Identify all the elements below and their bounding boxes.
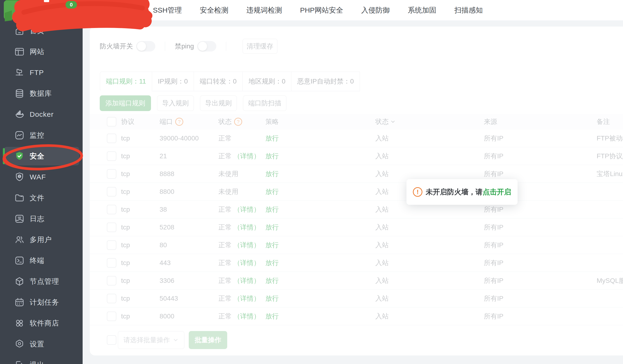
table-row: tcp 8800 未使用 放行 入站 所有IP (90, 183, 623, 201)
status-detail-link[interactable]: （详情） (234, 277, 260, 284)
cell-policy: 放行 (266, 294, 375, 303)
sidebar-item[interactable]: 多用户 (0, 229, 83, 250)
rule-tab[interactable]: 地区规则：0 (243, 71, 292, 91)
firewall-toggle[interactable] (136, 41, 155, 51)
security-tab-label: 扫描感知 (454, 5, 483, 15)
sidebar-item[interactable]: 日志 (0, 208, 83, 229)
cell-source: 所有IP (484, 223, 597, 232)
row-checkbox[interactable] (107, 205, 116, 214)
security-tab[interactable]: 系统加固 (408, 0, 436, 21)
cell-status: 正常 (219, 206, 232, 213)
cell-source: 所有IP (484, 241, 597, 250)
sidebar-item[interactable]: 数据库 (0, 83, 83, 104)
sidebar-item[interactable]: 节点管理 (0, 271, 83, 292)
cell-policy: 放行 (266, 312, 375, 321)
rule-action-button[interactable]: 导出规则 (200, 95, 237, 111)
cell-source: 所有IP (484, 205, 597, 214)
rule-tab[interactable]: IP规则：0 (152, 71, 194, 91)
rule-tab[interactable]: 端口转发：0 (194, 71, 243, 91)
cell-source: 所有IP (484, 134, 597, 143)
ping-toggle[interactable] (197, 41, 216, 51)
cell-port: 50443 (159, 295, 219, 302)
security-tab[interactable]: 扫描感知 (454, 0, 483, 21)
rule-tab[interactable]: 端口规则：11 (100, 71, 152, 91)
table-row: tcp 8000 正常 （详情） 放行 入站 所有IP (90, 307, 623, 325)
security-tab[interactable]: 违规词检测 (246, 0, 282, 21)
status-detail-link[interactable]: （详情） (234, 224, 260, 231)
col-direction: 状态 (375, 117, 389, 126)
status-detail-link[interactable]: （详情） (234, 259, 260, 266)
sidebar-item[interactable]: 监控 (0, 125, 83, 146)
chevron-down-icon[interactable] (390, 119, 396, 125)
cell-port: 80 (159, 241, 219, 249)
row-checkbox[interactable] (107, 294, 116, 303)
batch-operation-row: 请选择批量操作 批量操作 (107, 331, 623, 349)
clear-cache-button[interactable]: 清理缓存 (243, 39, 278, 54)
row-checkbox[interactable] (107, 240, 116, 250)
security-tab[interactable]: SSH管理 (153, 0, 182, 21)
security-tab[interactable]: PHP网站安全 (300, 0, 343, 21)
sidebar-item-label: 计划任务 (30, 298, 59, 307)
security-tab[interactable]: 入侵防御 (361, 0, 390, 21)
sidebar-item-label: 退出 (30, 360, 44, 364)
cell-status: 未使用 (219, 188, 238, 195)
status-detail-link[interactable]: （详情） (234, 206, 260, 213)
security-tab-label: SSH管理 (153, 5, 182, 15)
table-row: tcp 8888 未使用 放行 入站 所有IP 宝塔Linux面板 (90, 165, 623, 183)
sidebar-item[interactable]: 计划任务 (0, 292, 83, 313)
status-detail-link[interactable]: （详情） (234, 241, 260, 249)
port-help-icon[interactable]: ? (175, 118, 183, 126)
security-tab[interactable]: 系统防火墙 (99, 0, 135, 21)
sidebar-item-label: Docker (30, 110, 54, 118)
cell-direction: 入站 (375, 170, 484, 178)
sidebar-item[interactable]: 设置 (0, 334, 83, 355)
sidebar-item[interactable]: 安全 (0, 146, 83, 167)
sidebar-item[interactable]: WAF (0, 167, 83, 188)
batch-operation-select[interactable]: 请选择批量操作 (118, 331, 184, 349)
sidebar-item-label: 软件商店 (30, 319, 59, 328)
message-count-badge[interactable]: 0 (66, 1, 77, 9)
status-detail-link[interactable]: （详情） (234, 295, 260, 302)
rule-action-button[interactable]: 添加端口规则 (100, 95, 151, 111)
row-checkbox[interactable] (107, 223, 116, 232)
sidebar-item[interactable]: 软件商店 (0, 313, 83, 334)
status-detail-link[interactable]: （详情） (234, 152, 260, 160)
row-checkbox[interactable] (107, 169, 116, 179)
sidebar-item-label: 终端 (30, 256, 44, 266)
enable-firewall-link[interactable]: 点击开启 (483, 188, 511, 196)
row-checkbox[interactable] (107, 187, 116, 196)
col-protocol: 协议 (121, 117, 159, 126)
sidebar-item[interactable]: 网站 (0, 41, 83, 62)
row-checkbox[interactable] (107, 258, 116, 268)
sidebar-item[interactable]: 文件 (0, 188, 83, 208)
sidebar-item[interactable]: 终端 (0, 250, 83, 271)
row-checkbox[interactable] (107, 134, 116, 143)
rule-tab[interactable]: 恶意IP自动封禁：0 (291, 71, 360, 91)
cell-protocol: tcp (121, 241, 159, 249)
ftp-icon (14, 67, 25, 78)
cell-port: 8000 (159, 313, 219, 320)
cell-port: 38 (159, 206, 219, 213)
cell-protocol: tcp (121, 152, 159, 160)
rule-action-button[interactable]: 端口防扫描 (243, 95, 287, 111)
status-help-icon[interactable]: ? (234, 118, 242, 126)
batch-select-all-checkbox[interactable] (107, 335, 116, 345)
sidebar-item[interactable]: FTP (0, 62, 83, 83)
rule-action-button[interactable]: 导入规则 (157, 95, 194, 111)
waf-shield-icon (14, 171, 25, 182)
row-checkbox[interactable] (107, 276, 116, 285)
status-detail-link[interactable]: （详情） (234, 313, 260, 320)
sidebar-item[interactable]: Docker (0, 104, 83, 125)
sidebar-item-label: 设置 (30, 339, 44, 349)
batch-operation-button[interactable]: 批量操作 (189, 331, 227, 349)
security-tab-label: 系统加固 (408, 5, 436, 15)
sidebar-item[interactable]: 退出 (0, 355, 83, 364)
select-all-checkbox[interactable] (107, 117, 116, 127)
security-tab[interactable]: 安全检测 (200, 0, 228, 21)
menu-icon[interactable] (44, 0, 49, 2)
security-shield-icon (14, 151, 25, 162)
cell-policy: 放行 (266, 241, 375, 250)
row-checkbox[interactable] (107, 151, 116, 161)
cron-icon (14, 297, 25, 308)
row-checkbox[interactable] (107, 312, 116, 321)
